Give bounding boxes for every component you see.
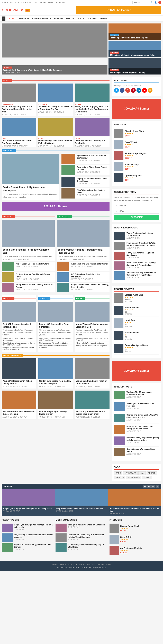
facebook-icon[interactable]: f [120,88,125,93]
bottom-recent-post-title-2[interactable]: Report: 25 reasons the gym is better tha… [14,543,53,548]
tag-5[interactable]: WORKSPACE [126,476,141,479]
nav-fashion[interactable]: FASHION [53,16,64,22]
rss-icon[interactable]: R [148,88,153,93]
nav-sports[interactable]: SPORTS [87,16,98,22]
mv-title-1[interactable]: Featured: An Office Lady In White Blazer… [127,242,159,247]
bottom-commented-post-title-1[interactable]: Featured: An Office Lady In White Blazer… [68,534,107,538]
fashion-sp-title-2[interactable]: Young Blonde Woman Looking Around on Ter… [16,284,54,288]
sports-main-title[interactable]: Best NFL free agents as 2018 season begi… [2,323,35,328]
fashion-main-title[interactable]: Young Man Standing In Front of Concrete … [3,248,54,254]
health-post-title-2[interactable]: How to Protect Yourself From the Sun: Su… [110,508,160,512]
more-post-title-0[interactable]: San Francisco Bay Area Beautiful Sunset … [2,410,35,416]
rev-name-4[interactable]: Roman Backpack Black [125,344,148,346]
footer-link-shop[interactable]: SHOP [106,564,111,566]
mv-title-0[interactable]: Young Photographer in Action Taking a Ph… [127,232,159,237]
topbar-link-dropdown[interactable]: DROPDOWN [21,1,32,4]
footer-link-fullwidth[interactable]: FULL WIDTH [93,564,104,566]
user-icon[interactable]: 👤 [155,1,157,4]
bp-name-0[interactable]: Classic Puma Black [120,525,139,527]
footer-link-contact[interactable]: CONTACT [68,564,77,566]
ent-title-0[interactable]: Young Photographer in Action Taking a Ph… [2,380,35,385]
food-link-1[interactable]: Pile of Failed Wood Logo Deactivated [76,342,109,344]
youtube-icon[interactable]: ▶ [142,88,147,93]
news-post-title-5[interactable]: In the Mix Events: Creating Fun Celebrat… [75,140,110,145]
fashion-sp-title-1[interactable]: Photo of Amazing Sun Through Snowy Fores… [16,273,54,278]
lifestyle-sp-title-2[interactable]: Prague Astronomical Clock in the Evening… [71,284,109,288]
newsletter-name-input[interactable] [114,203,159,208]
sports-link-1[interactable]: Canada's Denis Shapovalov serves the bal… [2,342,35,346]
rp-title-1[interactable]: Washington Street Palms in San Francisco [127,402,159,407]
social-link-2[interactable]: Fresh Strawberries and Blackberries in L… [39,344,72,349]
bottom-commented-post-title-0[interactable]: Young Girl with Pink Shoes on Longboard [68,524,105,526]
tag-4[interactable]: FASHION [114,476,125,479]
topbar-link-about[interactable]: ABOUT [2,1,8,4]
search-icon[interactable]: 🔍 [151,1,153,4]
bottom-recent-post-title-1[interactable]: Why walking is the most underrated form … [14,534,53,538]
rp-title-2[interactable]: Snorkel and Diving Scuba Mask On a Rock … [127,414,159,418]
product-name-1[interactable]: Crew T-Shirt [125,141,137,144]
nav-social[interactable]: SOCIAL [76,16,86,22]
product-name-2[interactable]: Air Footscape Magista [125,152,147,154]
news-post-title-4[interactable]: Unbelievably Clean Photo of Wheat Field … [38,140,73,145]
googleplus-icon[interactable]: G [125,88,130,93]
lifestyle-main-title[interactable]: Young Woman Running Through Wheat Field … [58,248,109,254]
biz-side-title-0[interactable]: Speed-O-Meter in a Car Through the Windo… [77,154,109,159]
ent-title-1[interactable]: Golden Gate Bridge from Battery Spencer … [39,380,72,385]
newsletter-subscribe-button[interactable]: SUBSCRIBE [114,215,159,220]
tag-6[interactable]: YOUNG [142,476,152,479]
tag-2[interactable]: MAN [138,471,146,475]
search-input[interactable] [133,1,150,4]
biz-side-title-3[interactable]: Man Talking about Architecture Ideas [77,189,109,194]
newsletter-email-input[interactable] [114,209,159,214]
rev-name-3[interactable]: Merch Sweater [125,332,139,334]
bell-icon[interactable]: 1 [158,1,161,4]
mv-title-3[interactable]: Boho Peace Hippie Girl Enjoying Summer w… [127,262,159,266]
news-post-title-3[interactable]: Coit Tower, Alcatraz and Part of San Fra… [2,140,36,145]
footer-link-dropdown[interactable]: DROPDOWN [79,564,91,566]
rev-name-2[interactable]: Hood Grey [125,319,135,321]
sports-link-0[interactable]: Report: NFL considers moving Dolphins-Be… [2,337,35,342]
product-name-0[interactable]: Classic Puma Black [125,130,144,132]
tag-3[interactable]: PEOPLE [147,471,157,475]
product-name-4[interactable]: Cprome Play Polo [125,174,142,177]
social-link-0[interactable]: Boho Peace Hippie Girl Enjoying Summer w… [39,337,72,342]
rp-title-4[interactable]: Darell has funny response to getting cal… [127,436,159,442]
social-link-1[interactable]: Marketing Expert Writing New Strategy [39,342,72,344]
lifestyle-sp-title-1[interactable]: Soft Cotton Blue Towel Close Up Backgrou… [71,273,109,278]
sports-link-2[interactable]: Georgia QB Jacob Eason out with a knee i… [2,346,35,351]
health-post-title-1[interactable]: Why walking is the most underrated form … [56,508,107,510]
news-post-title-1[interactable]: Snorkel and Diving Scuba Mask On a Rock … [38,105,73,110]
mv-title-4[interactable]: San Francisco Bay Area Beautiful Summer … [127,271,159,276]
topbar-link-shop[interactable]: SHOP [47,1,53,4]
more-post-title-2[interactable]: Reasons you should work out during your … [76,410,109,416]
news-post-title-2[interactable]: Young Woman Enjoying Ride on an Iconic C… [75,105,110,113]
nav-more[interactable]: MORE ▾ [98,16,109,22]
tag-0[interactable]: CARS [114,471,122,475]
tag-1[interactable]: LANDSCAPE [123,471,138,475]
nav-business[interactable]: BUSINESS [17,16,30,22]
nav-icon[interactable]: ≡ [2,16,5,20]
food-link-2[interactable]: Young Girl with Pink Shoes on Longboard [76,344,109,347]
news-post-title-0[interactable]: Studio Photography Backdrops Background … [2,105,36,113]
mv-title-2[interactable]: Funny USA America Flag Retro Sunglasses [127,252,159,256]
topbar-link-contact[interactable]: CONTACT [10,1,19,4]
health-prev[interactable]: ◀ [143,485,147,488]
biz-side-title-1[interactable]: Pure Nature: Above Green Forest on the H… [77,166,109,171]
footer-link-home[interactable]: HOME [52,564,58,566]
rev-name-0[interactable]: Classic Puma Black [125,294,144,296]
bp-name-2[interactable]: Air Footscape Magista [120,547,142,550]
linkedin-icon[interactable]: in [137,88,141,93]
footer-link-about[interactable]: ABOUT [60,564,66,566]
pinterest-icon[interactable]: P [131,88,136,93]
ent-title-2[interactable]: Young Man Standing In Front of Concrete … [76,380,109,385]
product-name-3[interactable]: NSencial Grey [125,163,139,166]
lifestyle-sp-title-0[interactable]: Autumn/Fall and Christmas Lights Women [71,263,109,265]
business-main-title[interactable]: Just a Sneak Peak of My Awesome Workspac… [3,186,58,192]
bp-name-1[interactable]: Crew T-Shirt [120,536,132,538]
rp-title-0[interactable]: Workout: The 10 best quads exercises of … [127,391,159,396]
rev-name-1[interactable]: Merch Sweater [125,306,139,309]
bottom-recent-post-title-0[interactable]: 8 signs you struggle with nomophobia on … [14,524,53,528]
topbar-link-fullwidth[interactable]: FULL WIDTH [34,1,46,4]
twitter-icon[interactable]: T [114,88,119,93]
health-next[interactable]: ▶ [147,485,151,488]
